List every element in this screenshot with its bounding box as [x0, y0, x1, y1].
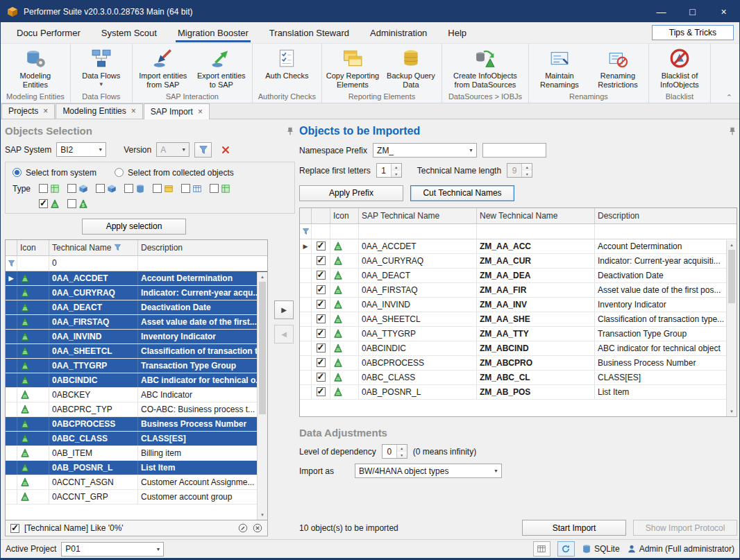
row-checkbox[interactable]	[317, 358, 326, 367]
table-row[interactable]: 0ABCKEYABC Indicator	[6, 388, 267, 402]
row-checkbox[interactable]	[317, 373, 326, 382]
close-button[interactable]: ×	[708, 1, 739, 22]
namespace-custom-input[interactable]	[482, 143, 546, 158]
column-header-technical-name[interactable]: Technical Name	[49, 240, 138, 255]
type-option-datasource-icon[interactable]	[153, 184, 174, 194]
row-checkbox[interactable]	[317, 387, 326, 396]
technical-name-length-spinner[interactable]: 9 ▲▼	[507, 163, 532, 178]
table-row[interactable]: 0AA_DEACTZM_AA_DEADeactivation Date	[300, 269, 737, 283]
move-right-button[interactable]: ▶	[274, 300, 294, 319]
filter-cell[interactable]	[138, 256, 267, 271]
type-checkbox[interactable]	[67, 199, 76, 208]
close-tab-icon[interactable]: ×	[43, 106, 48, 116]
ribbon-button-data-flows[interactable]: Data Flows▼	[73, 45, 130, 91]
scroll-down-icon[interactable]: ▼	[727, 407, 737, 416]
maximize-button[interactable]: □	[677, 1, 708, 22]
filter-cell[interactable]: 0	[49, 256, 138, 271]
table-row[interactable]: 0ABCPRC_TYPCO-ABC: Business process t...	[6, 402, 267, 417]
filter-cell[interactable]	[312, 224, 330, 239]
apply-selection-button[interactable]: Apply selection	[82, 219, 186, 235]
row-checkbox[interactable]	[317, 314, 326, 323]
type-checkbox[interactable]	[210, 184, 219, 193]
namespace-prefix-combo[interactable]: ZM_▼	[373, 143, 477, 158]
tab-modeling-entities[interactable]: Modeling Entities×	[56, 103, 142, 119]
column-header-new-technical-name[interactable]: New Technical Name	[477, 208, 595, 223]
row-checkbox[interactable]	[317, 241, 326, 251]
menu-item-docu-performer[interactable]: Docu Performer	[6, 22, 91, 43]
spin-up-icon[interactable]: ▲	[392, 164, 401, 171]
column-header-sap-technical-name[interactable]: SAP Technical Name	[359, 208, 477, 223]
vertical-scrollbar[interactable]: ▲▼	[257, 272, 267, 520]
tab-projects[interactable]: Projects×	[1, 103, 55, 119]
pin-icon[interactable]	[728, 126, 737, 136]
filter-cell[interactable]	[477, 224, 595, 239]
sap-system-combo[interactable]: BI2▼	[56, 142, 106, 157]
close-tab-icon[interactable]: ×	[131, 106, 136, 116]
ribbon-button-create-infoobjects-from-datasources[interactable]: Create InfoObjects from DataSources	[444, 45, 526, 91]
radio-select-from-collected-objects[interactable]: Select from collected objects	[115, 168, 234, 178]
table-row[interactable]: 0AA_FIRSTAQZM_AA_FIRAsset value date of …	[300, 283, 737, 298]
table-row[interactable]: 0AA_CURYRAQZM_AA_CURIndicator: Current-y…	[300, 254, 737, 269]
table-row[interactable]: 0ABCPROCESSBusiness Process Number	[6, 417, 267, 432]
filter-enabled-checkbox[interactable]	[10, 524, 19, 533]
clear-selection-button[interactable]	[217, 142, 234, 158]
scroll-down-icon[interactable]: ▼	[258, 510, 267, 520]
table-row[interactable]: ▶0AA_ACCDETAccount Determination	[6, 271, 267, 286]
table-row[interactable]: 0AA_CURYRAQIndicator: Current-year acqu.…	[6, 286, 267, 300]
menu-item-translation-steward[interactable]: Translation Steward	[259, 22, 360, 43]
active-project-combo[interactable]: P01▼	[61, 542, 164, 557]
filter-cell[interactable]	[330, 224, 359, 239]
table-row[interactable]: 0AA_FIRSTAQAsset value date of the first…	[6, 315, 267, 330]
table-row[interactable]: ▶0AA_ACCDETZM_AA_ACCAccount Determinatio…	[300, 239, 737, 254]
table-row[interactable]: 0AA_TTYGRPTransaction Type Group	[6, 359, 267, 373]
apply-prefix-button[interactable]: Apply Prefix	[299, 185, 403, 201]
edit-filter-button[interactable]	[194, 142, 212, 158]
clear-filter-icon[interactable]	[253, 523, 262, 533]
move-left-button[interactable]: ◀	[274, 325, 294, 343]
type-option-datastore-icon[interactable]	[124, 184, 145, 194]
table-row[interactable]: 0AB_ITEMBilling item	[6, 446, 267, 461]
tab-sap-import[interactable]: SAP Import×	[144, 103, 210, 119]
scroll-up-icon[interactable]: ▲	[258, 272, 267, 282]
menu-item-administration[interactable]: Administration	[360, 22, 437, 43]
row-checkbox[interactable]	[317, 300, 326, 309]
menu-item-system-scout[interactable]: System Scout	[91, 22, 167, 43]
table-row[interactable]: 0ABC_CLASSCLASS[ES]	[6, 432, 267, 446]
scroll-up-icon[interactable]: ▲	[727, 240, 737, 250]
type-option-multiprovider-icon[interactable]	[96, 184, 117, 194]
spin-down-icon[interactable]: ▼	[397, 452, 407, 459]
table-row[interactable]: 0AA_SHEETCLZM_AA_SHEClassification of tr…	[300, 312, 737, 327]
replace-first-letters-spinner[interactable]: 1 ▲▼	[376, 163, 402, 178]
scroll-thumb[interactable]	[259, 282, 266, 414]
column-header-icon[interactable]: Icon	[17, 240, 49, 255]
row-checkbox[interactable]	[317, 343, 326, 353]
show-import-protocol-button[interactable]: Show Import Protocol	[633, 520, 737, 536]
edit-filter-icon[interactable]	[238, 523, 248, 533]
import-as-combo[interactable]: BW/4HANA object types▼	[355, 464, 502, 478]
row-checkbox[interactable]	[317, 256, 326, 265]
table-row[interactable]: 0ABC_CLASSZM_ABC_CLCLASS[ES]	[300, 371, 737, 385]
minimize-button[interactable]: —	[646, 1, 677, 22]
type-checkbox[interactable]	[39, 184, 48, 193]
type-option-infoobject-icon[interactable]	[39, 199, 60, 209]
table-row[interactable]: 0ABCINDICABC indicator for technical o..…	[6, 373, 267, 388]
cut-technical-names-button[interactable]: Cut Technical Names	[410, 185, 514, 201]
row-checkbox[interactable]	[317, 271, 326, 280]
filter-cell[interactable]	[359, 224, 477, 239]
type-option-infocube-icon[interactable]	[67, 184, 88, 194]
type-checkbox[interactable]	[153, 184, 162, 193]
spin-up-icon[interactable]: ▲	[397, 445, 407, 452]
vertical-scrollbar[interactable]: ▲▼	[726, 240, 737, 416]
table-row[interactable]: 0AB_POSNR_LZM_AB_POSList Item	[300, 385, 737, 400]
menu-item-help[interactable]: Help	[437, 22, 477, 43]
table-row[interactable]: 0AA_INVINDInventory Indicator	[6, 330, 267, 344]
user-indicator[interactable]: Admin (Full administrator)	[627, 544, 734, 554]
close-tab-icon[interactable]: ×	[198, 107, 203, 117]
scroll-track[interactable]	[258, 282, 267, 510]
start-import-button[interactable]: Start Import	[522, 520, 626, 536]
filter-cell[interactable]	[17, 256, 49, 271]
radio-select-from-system[interactable]: Select from system	[12, 168, 96, 178]
ribbon-button-export-entities-to-sap[interactable]: Export entities to SAP	[193, 45, 250, 91]
type-option-hierarchy-icon[interactable]	[210, 184, 230, 194]
table-row[interactable]: 0ABCPROCESSZM_ABCPROBusiness Process Num…	[300, 356, 737, 371]
